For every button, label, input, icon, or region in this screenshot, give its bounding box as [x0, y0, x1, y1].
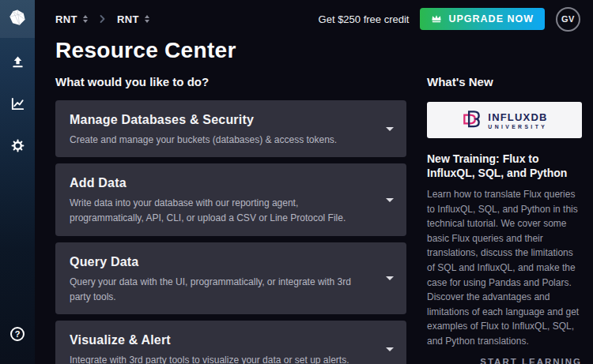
graph-icon — [10, 96, 25, 114]
help-icon: ? — [10, 327, 25, 341]
university-logo-line2: UNIVERSITY — [488, 124, 547, 129]
influxdb-university-logo-icon — [461, 108, 482, 133]
influxdb-university-banner[interactable]: INFLUXDB UNIVERSITY — [427, 102, 582, 138]
page-title: Resource Center — [55, 38, 236, 63]
whats-new-panel: What's New INFLUXDB UNIVERSITY New Train… — [427, 75, 582, 364]
chevron-down-icon — [386, 347, 394, 351]
upgrade-now-button[interactable]: UPGRADE NOW — [420, 8, 545, 30]
sort-carets-icon — [145, 15, 149, 23]
start-learning-link[interactable]: START LEARNING — [427, 357, 582, 364]
card-manage-databases-security[interactable]: Manage Databases & Security Create and m… — [55, 100, 406, 157]
breadcrumb-org-label: RNT — [55, 13, 77, 25]
article-body: Learn how to translate Flux queries to I… — [427, 187, 582, 349]
sort-carets-icon — [83, 15, 88, 23]
chevron-down-icon — [386, 276, 394, 280]
influxdb-logo-icon — [9, 9, 26, 29]
chevron-down-icon — [386, 198, 394, 202]
free-credit-text: Get $250 free credit — [319, 13, 410, 25]
breadcrumb-cluster-selector[interactable]: RNT — [117, 13, 149, 25]
card-query-data[interactable]: Query Data Query your data with the UI, … — [55, 242, 406, 314]
actions-heading: What would you like to do? — [55, 75, 406, 88]
sidebar-item-data-explorer[interactable] — [6, 94, 28, 116]
gear-icon — [10, 138, 25, 156]
sidebar-item-load-data[interactable] — [6, 52, 28, 74]
card-add-data[interactable]: Add Data Write data into your database w… — [55, 163, 406, 235]
influxdb-logo-button[interactable] — [0, 0, 35, 38]
chevron-down-icon — [386, 127, 394, 131]
sidebar-item-help[interactable]: ? — [6, 323, 28, 345]
user-avatar[interactable]: GV — [556, 7, 580, 32]
card-title: Add Data — [70, 176, 368, 190]
chevron-right-icon — [99, 14, 106, 24]
card-visualize-alert[interactable]: Visualize & Alert Integrate with 3rd par… — [55, 321, 406, 364]
upgrade-now-label: UPGRADE NOW — [448, 13, 534, 24]
sidebar-item-settings[interactable] — [6, 136, 28, 158]
card-description: Integrate with 3rd party tools to visual… — [70, 353, 368, 364]
university-logo-line1: INFLUXDB — [488, 111, 547, 123]
card-title: Visualize & Alert — [70, 333, 368, 347]
breadcrumb-cluster-label: RNT — [117, 13, 139, 25]
resource-actions-section: What would you like to do? Manage Databa… — [55, 75, 406, 364]
card-title: Query Data — [70, 255, 368, 269]
card-title: Manage Databases & Security — [70, 113, 368, 127]
breadcrumb-org-selector[interactable]: RNT — [55, 13, 88, 25]
whats-new-heading: What's New — [427, 75, 582, 88]
card-description: Write data into your database with our r… — [70, 196, 368, 226]
avatar-initials: GV — [561, 14, 575, 24]
card-description: Query your data with the UI, programmati… — [70, 275, 368, 305]
crown-icon — [431, 13, 442, 25]
topbar: RNT RNT Get $250 free credit UPGRADE NOW… — [35, 0, 593, 38]
upload-icon — [10, 54, 25, 73]
sidebar: ? — [0, 0, 35, 364]
card-description: Create and manage your buckets (database… — [70, 133, 368, 148]
article-title: New Training: Flux to InfluxQL, SQL, and… — [427, 152, 582, 180]
